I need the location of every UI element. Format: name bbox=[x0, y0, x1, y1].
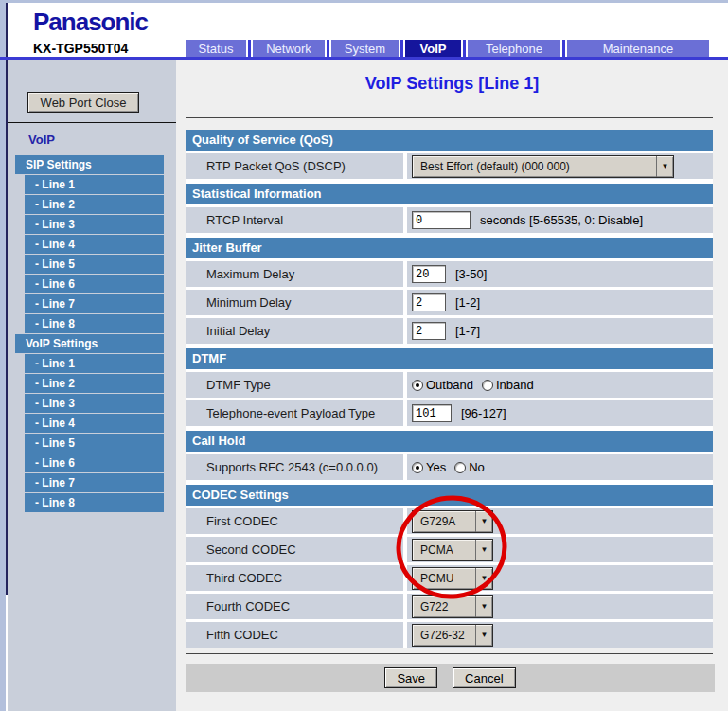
tab-separator bbox=[463, 40, 466, 57]
row-label: Fifth CODEC bbox=[186, 622, 403, 648]
row-label: Minimum Delay bbox=[186, 290, 403, 315]
dtmf-type-radio-group: OutbandInband bbox=[412, 378, 542, 392]
sidebar-item-voip-settings-line-2[interactable]: - Line 2 bbox=[25, 374, 164, 393]
row-label: Maximum Delay bbox=[186, 261, 403, 287]
row-label: Third CODEC bbox=[186, 565, 403, 591]
sidebar-item-sip-settings-line-7[interactable]: - Line 7 bbox=[25, 294, 164, 313]
tab-telephone[interactable]: Telephone bbox=[468, 40, 560, 57]
no-radio[interactable] bbox=[454, 462, 466, 473]
button-bar: Save Cancel bbox=[186, 664, 715, 692]
sidebar-item-voip-settings-line-8[interactable]: - Line 8 bbox=[25, 493, 164, 512]
tab-network[interactable]: Network bbox=[253, 40, 325, 57]
sidebar-item-voip-settings-line-7[interactable]: - Line 7 bbox=[25, 473, 164, 492]
sidebar-item-sip-settings-line-3[interactable]: - Line 3 bbox=[25, 215, 164, 234]
row-label: Second CODEC bbox=[186, 537, 403, 562]
section-header-quality-of-service-qos: Quality of Service (QoS) bbox=[186, 130, 713, 151]
outband-radio[interactable] bbox=[412, 380, 423, 391]
sidebar: Web Port Close VoIP SIP Settings- Line 1… bbox=[8, 60, 176, 711]
sidebar-item-voip-settings-line-4[interactable]: - Line 4 bbox=[25, 414, 164, 433]
row-value: [3-50] bbox=[407, 261, 713, 287]
rtcp-interval-input[interactable] bbox=[412, 211, 471, 229]
table-row: Supports RFC 2543 (c=0.0.0.0)YesNo bbox=[186, 454, 713, 480]
input-hint: seconds [5-65535, 0: Disable] bbox=[480, 213, 643, 227]
fourth-codec-select[interactable]: G722▼ bbox=[412, 595, 493, 618]
inband-radio[interactable] bbox=[482, 380, 493, 391]
tab-maintenance[interactable]: Maintenance bbox=[567, 40, 709, 57]
cancel-button[interactable]: Cancel bbox=[453, 667, 515, 688]
table-row: Telephone-event Payload Type[96-127] bbox=[186, 400, 713, 426]
tab-separator bbox=[400, 40, 403, 57]
sidebar-item-voip-settings-line-3[interactable]: - Line 3 bbox=[25, 394, 164, 413]
input-hint: [1-2] bbox=[455, 295, 480, 310]
section-header-codec-settings: CODEC Settings bbox=[186, 485, 713, 506]
tab-voip[interactable]: VoIP bbox=[405, 40, 461, 57]
telephone-event-payload-type-input[interactable] bbox=[412, 404, 452, 422]
yes-radio[interactable] bbox=[412, 462, 423, 473]
sidebar-nav: SIP Settings- Line 1- Line 2- Line 3- Li… bbox=[8, 155, 176, 513]
tab-separator bbox=[562, 40, 565, 57]
section-header-jitter-buffer: Jitter Buffer bbox=[186, 238, 713, 258]
save-button[interactable]: Save bbox=[384, 667, 437, 688]
web-port-close-button[interactable]: Web Port Close bbox=[27, 92, 139, 113]
sidebar-item-sip-settings-line-5[interactable]: - Line 5 bbox=[25, 255, 164, 274]
section-dtmf: DTMFDTMF TypeOutbandInbandTelephone-even… bbox=[186, 348, 713, 426]
row-label: Fourth CODEC bbox=[186, 594, 403, 619]
chevron-down-icon: ▼ bbox=[475, 596, 492, 617]
tab-separator bbox=[327, 40, 329, 57]
fifth-codec-select[interactable]: G726-32▼ bbox=[412, 624, 493, 647]
table-row: Initial Delay[1-7] bbox=[186, 318, 713, 344]
minimum-delay-input[interactable] bbox=[412, 293, 446, 311]
section-header-dtmf: DTMF bbox=[186, 348, 713, 369]
sidebar-item-sip-settings-line-2[interactable]: - Line 2 bbox=[25, 195, 164, 214]
row-label: DTMF Type bbox=[186, 372, 403, 398]
sidebar-item-voip-settings-line-6[interactable]: - Line 6 bbox=[25, 453, 164, 472]
header: Panasonic KX-TGP550T04 StatusNetworkSyst… bbox=[8, 3, 728, 57]
radio-label: No bbox=[469, 460, 485, 474]
table-row: Maximum Delay[3-50] bbox=[186, 261, 713, 287]
sidebar-item-sip-settings-line-8[interactable]: - Line 8 bbox=[25, 314, 164, 333]
select-value: PCMU bbox=[413, 568, 475, 589]
select-value: G726-32 bbox=[413, 625, 475, 646]
initial-delay-input[interactable] bbox=[412, 322, 446, 340]
row-value: G722▼ bbox=[407, 594, 713, 619]
select-value: G729A bbox=[413, 511, 475, 532]
input-hint: [3-50] bbox=[455, 267, 487, 281]
sidebar-item-sip-settings-line-6[interactable]: - Line 6 bbox=[25, 275, 164, 293]
radio-label: Inband bbox=[496, 378, 534, 392]
section-quality-of-service-qos: Quality of Service (QoS)RTP Packet QoS (… bbox=[186, 130, 713, 179]
tab-separator bbox=[248, 40, 251, 57]
row-value: [96-127] bbox=[407, 400, 713, 426]
tab-system[interactable]: System bbox=[331, 40, 399, 57]
sidebar-item-voip-settings-line-1[interactable]: - Line 1 bbox=[25, 354, 164, 373]
table-row: RTP Packet QoS (DSCP)Best Effort (defaul… bbox=[186, 153, 713, 179]
sidebar-item-sip-settings-line-4[interactable]: - Line 4 bbox=[25, 235, 164, 254]
bottom-divider bbox=[186, 653, 713, 654]
model-number: KX-TGP550T04 bbox=[33, 41, 128, 56]
select-value: Best Effort (default) (000 000) bbox=[413, 156, 656, 177]
voip-settings-page: Panasonic KX-TGP550T04 StatusNetworkSyst… bbox=[0, 0, 728, 711]
table-row: Third CODECPCMU▼ bbox=[186, 565, 713, 591]
second-codec-select[interactable]: PCMA▼ bbox=[412, 539, 493, 561]
chevron-down-icon: ▼ bbox=[656, 156, 673, 177]
table-row: Minimum Delay[1-2] bbox=[186, 290, 713, 315]
row-label: First CODEC bbox=[186, 508, 403, 534]
row-label: Supports RFC 2543 (c=0.0.0.0) bbox=[186, 454, 403, 480]
sidebar-group-sip-settings[interactable]: SIP Settings bbox=[15, 155, 164, 174]
sidebar-group-voip-settings[interactable]: VoIP Settings bbox=[15, 334, 164, 353]
row-value: G729A▼ bbox=[407, 508, 713, 534]
first-codec-select[interactable]: G729A▼ bbox=[412, 510, 493, 533]
row-label: RTCP Interval bbox=[186, 207, 403, 233]
supports-rfc-2543-c-0-0-0-0-radio-group: YesNo bbox=[412, 460, 493, 474]
third-codec-select[interactable]: PCMU▼ bbox=[412, 567, 493, 590]
row-value: seconds [5-65535, 0: Disable] bbox=[407, 207, 713, 233]
sidebar-item-sip-settings-line-1[interactable]: - Line 1 bbox=[25, 175, 164, 194]
sidebar-item-voip-settings-line-5[interactable]: - Line 5 bbox=[25, 434, 164, 453]
tab-status[interactable]: Status bbox=[186, 40, 246, 57]
main-content: VoIP Settings [Line 1] Quality of Servic… bbox=[176, 60, 728, 711]
tab-bar: StatusNetworkSystemVoIPTelephoneMaintena… bbox=[186, 40, 709, 57]
select-value: PCMA bbox=[413, 540, 475, 560]
radio-label: Yes bbox=[426, 460, 446, 474]
table-row: DTMF TypeOutbandInband bbox=[186, 372, 713, 398]
rtp-packet-qos-dscp-select[interactable]: Best Effort (default) (000 000)▼ bbox=[412, 155, 674, 178]
maximum-delay-input[interactable] bbox=[412, 265, 446, 283]
